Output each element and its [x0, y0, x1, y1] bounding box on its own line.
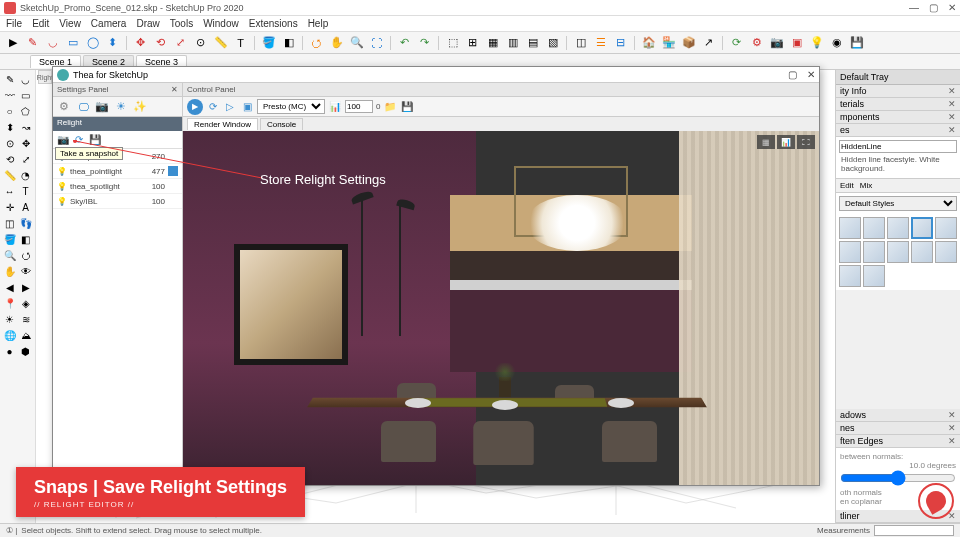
- style-name-input[interactable]: [839, 140, 957, 153]
- rotate-icon[interactable]: ⟲: [152, 34, 169, 51]
- sp-camera-icon[interactable]: 📷: [94, 99, 110, 115]
- lt-ext-icon[interactable]: ⬢: [18, 344, 33, 359]
- menu-window[interactable]: Window: [203, 18, 239, 29]
- save-icon[interactable]: 💾: [400, 100, 414, 114]
- house-icon[interactable]: 🏠: [640, 34, 657, 51]
- lt-protractor-icon[interactable]: ◔: [18, 168, 33, 183]
- style-tab-edit[interactable]: Edit: [840, 181, 854, 190]
- redo-icon[interactable]: ↷: [416, 34, 433, 51]
- tab-console[interactable]: Console: [260, 118, 303, 130]
- top-icon[interactable]: ⊞: [464, 34, 481, 51]
- render-histogram-icon[interactable]: 📊: [777, 135, 795, 149]
- left-icon[interactable]: ▧: [544, 34, 561, 51]
- lt-text-icon[interactable]: T: [18, 184, 33, 199]
- section-icon[interactable]: ◫: [572, 34, 589, 51]
- menu-edit[interactable]: Edit: [32, 18, 49, 29]
- pushpull-icon[interactable]: ⬍: [104, 34, 121, 51]
- orbit-icon[interactable]: ⭯: [308, 34, 325, 51]
- lt-eraser-icon[interactable]: ◧: [18, 232, 33, 247]
- iso-icon[interactable]: ⬚: [444, 34, 461, 51]
- outliner-icon[interactable]: ⊟: [612, 34, 629, 51]
- menu-camera[interactable]: Camera: [91, 18, 127, 29]
- relight-row[interactable]: 💡 Sky/IBL 100: [53, 194, 182, 209]
- lt-section-icon[interactable]: ◫: [2, 216, 17, 231]
- select-icon[interactable]: ▶: [4, 34, 21, 51]
- tray-header[interactable]: Default Tray: [836, 70, 960, 85]
- preset-select[interactable]: Presto (MC): [257, 99, 325, 114]
- lt-pan-icon[interactable]: ✋: [2, 264, 17, 279]
- style-thumb[interactable]: [887, 241, 909, 263]
- tray-shadows[interactable]: adows✕: [836, 409, 960, 422]
- style-thumb[interactable]: [887, 217, 909, 239]
- style-thumb[interactable]: [863, 217, 885, 239]
- style-thumb[interactable]: [839, 217, 861, 239]
- lt-orbit-icon[interactable]: ⭯: [18, 248, 33, 263]
- zoomext-icon[interactable]: ⛶: [368, 34, 385, 51]
- style-thumb[interactable]: [839, 265, 861, 287]
- thea-light-icon[interactable]: 💡: [808, 34, 825, 51]
- render-expand-icon[interactable]: ⛶: [797, 135, 815, 149]
- thea-titlebar[interactable]: Thea for SketchUp ▢ ✕: [53, 67, 819, 83]
- pan-icon[interactable]: ✋: [328, 34, 345, 51]
- play-button[interactable]: ▶: [187, 99, 203, 115]
- style-thumb[interactable]: [863, 241, 885, 263]
- menu-extensions[interactable]: Extensions: [249, 18, 298, 29]
- menu-help[interactable]: Help: [308, 18, 329, 29]
- lt-axes-icon[interactable]: ✛: [2, 200, 17, 215]
- lt-zoom-icon[interactable]: 🔍: [2, 248, 17, 263]
- lt-pencil-icon[interactable]: ✎: [2, 72, 17, 87]
- lt-circle-icon[interactable]: ○: [2, 104, 17, 119]
- lt-rotate-icon[interactable]: ⟲: [2, 152, 17, 167]
- thea-gear-icon[interactable]: ⚙: [748, 34, 765, 51]
- histogram-icon[interactable]: 📊: [328, 100, 342, 114]
- color-swatch[interactable]: [168, 166, 178, 176]
- close-button[interactable]: ✕: [948, 2, 956, 13]
- lt-prev-icon[interactable]: ◀: [2, 280, 17, 295]
- menu-draw[interactable]: Draw: [136, 18, 159, 29]
- move-icon[interactable]: ✥: [132, 34, 149, 51]
- tape-icon[interactable]: 📏: [212, 34, 229, 51]
- tray-entity-info[interactable]: ity Info✕: [836, 85, 960, 98]
- tray-scenes[interactable]: nes✕: [836, 422, 960, 435]
- tab-render-window[interactable]: Render Window: [187, 118, 258, 130]
- thea-minimize-button[interactable]: ▢: [788, 69, 797, 80]
- lt-position-icon[interactable]: 📍: [2, 296, 17, 311]
- settings-panel-close-icon[interactable]: ✕: [171, 85, 178, 94]
- folder-icon[interactable]: 📁: [383, 100, 397, 114]
- eraser-icon[interactable]: ◧: [280, 34, 297, 51]
- lt-freehand-icon[interactable]: 〰: [2, 88, 17, 103]
- minimize-button[interactable]: —: [909, 2, 919, 13]
- sp-gear-icon[interactable]: ⚙: [56, 99, 72, 115]
- menu-file[interactable]: File: [6, 18, 22, 29]
- snapshot-icon[interactable]: 📷: [56, 133, 70, 147]
- sp-env-icon[interactable]: ☀: [113, 99, 129, 115]
- thea-save-icon[interactable]: 💾: [848, 34, 865, 51]
- pencil-icon[interactable]: ✎: [24, 34, 41, 51]
- style-thumb[interactable]: [935, 241, 957, 263]
- lt-scale-icon[interactable]: ⤢: [18, 152, 33, 167]
- lt-arc-icon[interactable]: ◡: [18, 72, 33, 87]
- left-tag[interactable]: Right: [38, 70, 52, 84]
- text-icon[interactable]: T: [232, 34, 249, 51]
- style-collection-select[interactable]: Default Styles: [839, 196, 957, 211]
- region-icon[interactable]: ▣: [240, 100, 254, 114]
- layer-icon[interactable]: ☰: [592, 34, 609, 51]
- lt-solid-icon[interactable]: ●: [2, 344, 17, 359]
- lt-push-icon[interactable]: ⬍: [2, 120, 17, 135]
- value-input[interactable]: [345, 100, 373, 113]
- menu-tools[interactable]: Tools: [170, 18, 193, 29]
- share-icon[interactable]: ↗: [700, 34, 717, 51]
- tray-materials[interactable]: terials✕: [836, 98, 960, 111]
- style-thumb[interactable]: [935, 217, 957, 239]
- front-icon[interactable]: ▦: [484, 34, 501, 51]
- lt-sandbox-icon[interactable]: ⛰: [18, 328, 33, 343]
- sp-relight-icon[interactable]: ✨: [132, 99, 148, 115]
- rect-icon[interactable]: ▭: [64, 34, 81, 51]
- lt-3dtext-icon[interactable]: A: [18, 200, 33, 215]
- pointer-icon[interactable]: ▷: [223, 100, 237, 114]
- tray-styles[interactable]: es✕: [836, 124, 960, 137]
- lt-look-icon[interactable]: 👁: [18, 264, 33, 279]
- lt-paint-icon[interactable]: 🪣: [2, 232, 17, 247]
- reload-icon[interactable]: ⟳: [72, 133, 86, 147]
- refresh-icon[interactable]: ⟳: [206, 100, 220, 114]
